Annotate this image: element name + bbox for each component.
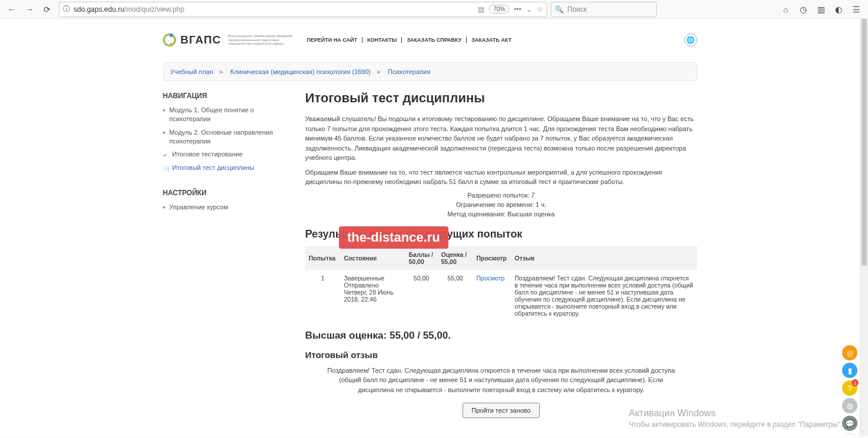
sidebar-item-final-test[interactable]: Итоговый тест дисциплины bbox=[163, 161, 295, 175]
chevron-right-icon: ► bbox=[373, 68, 386, 75]
activation-body: Чтобы активировать Windows, перейдите в … bbox=[628, 420, 842, 430]
site-logo[interactable]: ВГАПС Волгоградская гуманитарная академи… bbox=[163, 34, 293, 46]
widget-chat-icon[interactable]: 💬 bbox=[842, 416, 857, 431]
main-content: Итоговый тест дисциплины Уважаемый слуша… bbox=[305, 87, 697, 436]
chevron-right-icon: ▸ bbox=[163, 129, 166, 136]
widget-settings-icon[interactable]: ◍ bbox=[842, 398, 857, 413]
sidebar-item-label: Модуль 1. Общее понятие о психотерапии bbox=[169, 106, 295, 123]
browser-toolbar: ← → ⟳ ⓘ sdo.gaps.edu.ru/mod/quiz/view.ph… bbox=[0, 0, 868, 19]
doc-icon bbox=[163, 164, 169, 170]
cell-state: Завершенные Отправлено Четверг, 28 Июнь … bbox=[341, 270, 405, 322]
logo-icon bbox=[163, 34, 176, 46]
url-path: /mod/quiz/view.php bbox=[124, 5, 184, 14]
menu-icon[interactable]: ☰ bbox=[848, 1, 864, 18]
zoom-indicator[interactable]: 70% bbox=[489, 5, 509, 14]
url-domain: sdo.gaps.edu.ru bbox=[74, 5, 124, 14]
history-icon[interactable]: ◷ bbox=[795, 1, 812, 18]
reload-button[interactable]: ⟳ bbox=[39, 1, 55, 18]
windows-activation-notice: Активация Windows Чтобы активировать Win… bbox=[628, 407, 842, 430]
back-button[interactable]: ← bbox=[4, 1, 20, 18]
col-attempt: Попытка bbox=[305, 246, 341, 270]
address-bar[interactable]: ⓘ sdo.gaps.edu.ru/mod/quiz/view.php ▤ 70… bbox=[59, 2, 547, 17]
cell-feedback: Поздравляем! Тест сдан. Следующая дисцип… bbox=[511, 270, 697, 322]
quiz-meta: Разрешено попыток: 7 Ограничение по врем… bbox=[305, 192, 697, 218]
chevron-right-icon: ▸ bbox=[163, 203, 166, 210]
col-marks: Баллы / 50,00 bbox=[405, 246, 438, 270]
top-link-order-act[interactable]: ЗАКАЗАТЬ АКТ bbox=[471, 37, 516, 43]
widget-ok-icon[interactable]: ◎ bbox=[842, 345, 857, 360]
more-dots-icon[interactable]: ••• bbox=[514, 5, 521, 14]
info-icon: ⓘ bbox=[63, 4, 70, 14]
chevron-right-icon: ▸ bbox=[163, 106, 166, 113]
breadcrumb-item[interactable]: Учебный план bbox=[171, 68, 214, 75]
widget-alert-icon[interactable]: ?1 bbox=[842, 380, 857, 396]
page-title: Итоговый тест дисциплины bbox=[305, 91, 697, 106]
grading-method: Метод оценивания: Высшая оценка bbox=[305, 210, 697, 218]
col-state: Состояние bbox=[341, 246, 405, 270]
chevron-right-icon: ► bbox=[215, 68, 228, 75]
forward-button[interactable]: → bbox=[21, 1, 38, 18]
sidebar-item-module2[interactable]: ▸Модуль 2. Основные направления психотер… bbox=[163, 126, 295, 148]
cell-marks: 50,00 bbox=[405, 270, 438, 322]
search-icon: 🔍 bbox=[555, 5, 564, 14]
logo-subtitle: Волгоградская гуманитарная академия bbox=[228, 34, 293, 38]
sidebar-item-label: Итоговый тест дисциплины bbox=[172, 163, 254, 172]
sidebar-item-final-testing[interactable]: Итоговое тестирование bbox=[163, 148, 295, 161]
site-header: ВГАПС Волгоградская гуманитарная академи… bbox=[163, 27, 697, 53]
breadcrumb-item[interactable]: Психотерапия bbox=[388, 68, 430, 75]
vertical-scrollbar[interactable] bbox=[860, 19, 868, 436]
language-icon[interactable]: 🌐 bbox=[684, 34, 697, 46]
library-icon[interactable]: ▥ bbox=[813, 1, 829, 18]
review-link[interactable]: Просмотр bbox=[477, 275, 505, 282]
bookmark-icon[interactable]: ☆ bbox=[537, 5, 543, 14]
settings-heading: НАСТРОЙКИ bbox=[163, 184, 295, 200]
col-grade: Оценка / 55,00 bbox=[438, 246, 473, 270]
widget-badge: 1 bbox=[852, 379, 859, 386]
allowed-attempts: Разрешено попыток: 7 bbox=[305, 192, 697, 199]
top-link-site[interactable]: ПЕРЕЙТИ НА САЙТ bbox=[307, 37, 363, 43]
state-status: Завершенные bbox=[344, 275, 402, 282]
pocket-icon[interactable]: ⌄ bbox=[526, 5, 532, 14]
table-row: 1 Завершенные Отправлено Четверг, 28 Июн… bbox=[305, 270, 697, 322]
results-heading: Результаты ваших предыдущих попыток bbox=[305, 228, 697, 240]
top-nav: ПЕРЕЙТИ НА САЙТ КОНТАКТЫ ЗАКАЗАТЬ СПРАВК… bbox=[307, 37, 516, 43]
highest-grade: Высшая оценка: 55,00 / 55,00. bbox=[305, 330, 697, 342]
check-icon bbox=[163, 151, 169, 156]
attempts-table: Попытка Состояние Баллы / 50,00 Оценка /… bbox=[305, 246, 697, 322]
time-limit: Ограничение по времени: 1 ч. bbox=[305, 201, 697, 208]
scrollbar-thumb[interactable] bbox=[862, 19, 867, 266]
cell-grade: 55,00 bbox=[438, 270, 473, 322]
sidebar: НАВИГАЦИЯ ▸Модуль 1. Общее понятие о пси… bbox=[163, 87, 295, 436]
page-viewport: ВГАПС Волгоградская гуманитарная академи… bbox=[0, 19, 860, 436]
widget-phone-icon[interactable]: ▮ bbox=[842, 363, 857, 378]
reader-icon[interactable]: ▤ bbox=[478, 5, 484, 14]
logo-subtitle: специалистов социальной сферы bbox=[228, 42, 293, 46]
top-link-order-cert[interactable]: ЗАКАЗАТЬ СПРАВКУ bbox=[407, 37, 467, 43]
top-link-contacts[interactable]: КОНТАКТЫ bbox=[367, 37, 402, 43]
logo-text: ВГАПС bbox=[181, 34, 221, 46]
col-review: Просмотр bbox=[473, 246, 511, 270]
intro-paragraph: Уважаемый слушатель! Вы подошли к итогов… bbox=[305, 114, 697, 163]
sidebar-item-label: Модуль 2. Основные направления психотера… bbox=[169, 128, 295, 146]
search-box[interactable]: 🔍 Поиск bbox=[551, 2, 657, 17]
extension-icon[interactable]: ◐ bbox=[830, 1, 847, 18]
state-timestamp: Отправлено Четверг, 28 Июнь 2018, 22:46 bbox=[344, 282, 402, 303]
sidebar-item-course-admin[interactable]: ▸Управление курсом bbox=[163, 200, 295, 214]
activation-title: Активация Windows bbox=[628, 407, 842, 420]
overall-feedback-heading: Итоговый отзыв bbox=[305, 350, 697, 360]
sidebar-item-module1[interactable]: ▸Модуль 1. Общее понятие о психотерапии bbox=[163, 103, 295, 126]
breadcrumb: Учебный план ► Клиническая (медицинская)… bbox=[163, 62, 697, 81]
cell-attempt: 1 bbox=[305, 270, 341, 322]
breadcrumb-item[interactable]: Клиническая (медицинская) психология (16… bbox=[230, 68, 371, 75]
search-placeholder: Поиск bbox=[567, 5, 587, 14]
sidebar-item-label: Итоговое тестирование bbox=[172, 150, 243, 159]
logo-subtitle: профессиональной подготовки bbox=[228, 38, 293, 42]
home-icon[interactable]: ⌂ bbox=[777, 1, 794, 18]
nav-heading: НАВИГАЦИЯ bbox=[163, 87, 295, 103]
reattempt-button[interactable]: Пройти тест заново bbox=[463, 403, 539, 418]
intro-paragraph: Обращаем Ваше внимание на то, что тест я… bbox=[305, 168, 697, 187]
sidebar-item-label: Управление курсом bbox=[169, 203, 228, 212]
overall-feedback: Поздравляем! Тест сдан. Следующая дисцип… bbox=[305, 366, 697, 395]
col-feedback: Отзыв bbox=[511, 246, 697, 270]
widget-user-icon[interactable]: 👤 bbox=[842, 433, 857, 436]
